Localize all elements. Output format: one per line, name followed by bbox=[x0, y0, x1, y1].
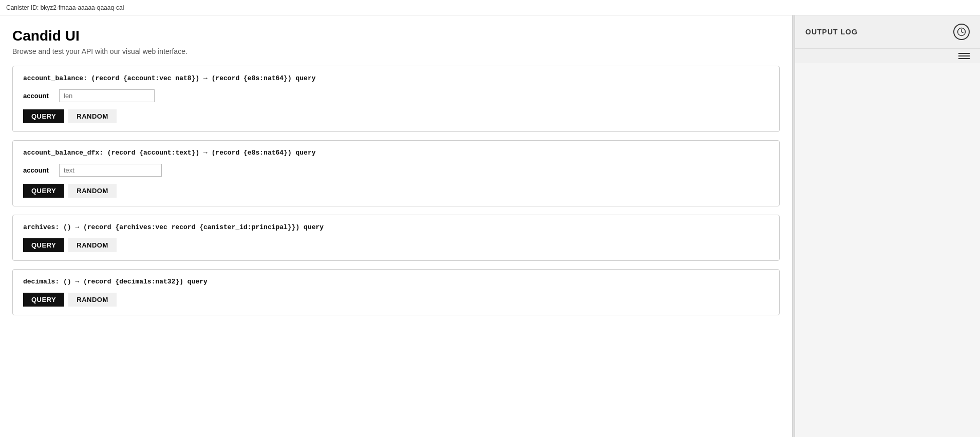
query-button-decimals[interactable]: QUERY bbox=[23, 293, 64, 307]
field-input-account_balance_dfx[interactable] bbox=[59, 164, 162, 177]
random-button-account_balance_dfx[interactable]: RANDOM bbox=[68, 184, 117, 198]
random-button-archives[interactable]: RANDOM bbox=[68, 238, 117, 252]
field-label-account_balance: account bbox=[23, 92, 54, 100]
button-row-decimals: QUERYRANDOM bbox=[23, 293, 769, 307]
query-button-account_balance_dfx[interactable]: QUERY bbox=[23, 184, 64, 198]
api-signature-account_balance_dfx: account_balance_dfx: (record {account:te… bbox=[23, 149, 769, 157]
api-cards-container: account_balance: (record {account:vec na… bbox=[12, 66, 780, 315]
api-card-archives: archives: () → (record {archives:vec rec… bbox=[12, 215, 780, 261]
left-panel: Candid UI Browse and test your API with … bbox=[0, 15, 792, 437]
random-button-decimals[interactable]: RANDOM bbox=[68, 293, 117, 307]
right-panel: OUTPUT LOG bbox=[795, 15, 980, 437]
top-bar: Canister ID: bkyz2-fmaaa-aaaaa-qaaaq-cai bbox=[0, 0, 980, 15]
api-card-decimals: decimals: () → (record {decimals:nat32})… bbox=[12, 269, 780, 315]
field-row-account_balance-account: account bbox=[23, 89, 769, 102]
field-input-account_balance[interactable] bbox=[59, 89, 155, 102]
canister-id-label: Canister ID: bkyz2-fmaaa-aaaaa-qaaaq-cai bbox=[6, 4, 124, 11]
output-log-title: OUTPUT LOG bbox=[805, 28, 858, 36]
button-row-archives: QUERYRANDOM bbox=[23, 238, 769, 252]
page-title: Candid UI bbox=[12, 28, 780, 44]
clock-icon[interactable] bbox=[953, 24, 970, 40]
api-signature-archives: archives: () → (record {archives:vec rec… bbox=[23, 223, 769, 231]
output-log-header: OUTPUT LOG bbox=[795, 15, 980, 49]
main-layout: Candid UI Browse and test your API with … bbox=[0, 15, 980, 437]
api-card-account_balance: account_balance: (record {account:vec na… bbox=[12, 66, 780, 132]
field-label-account_balance_dfx: account bbox=[23, 166, 54, 174]
button-row-account_balance_dfx: QUERYRANDOM bbox=[23, 184, 769, 198]
list-icon[interactable] bbox=[958, 53, 970, 59]
api-card-account_balance_dfx: account_balance_dfx: (record {account:te… bbox=[12, 140, 780, 206]
field-row-account_balance_dfx-account: account bbox=[23, 164, 769, 177]
api-signature-decimals: decimals: () → (record {decimals:nat32})… bbox=[23, 278, 769, 286]
output-log-content bbox=[795, 63, 980, 437]
query-button-account_balance[interactable]: QUERY bbox=[23, 109, 64, 123]
api-signature-account_balance: account_balance: (record {account:vec na… bbox=[23, 74, 769, 82]
query-button-archives[interactable]: QUERY bbox=[23, 238, 64, 252]
random-button-account_balance[interactable]: RANDOM bbox=[68, 109, 117, 123]
page-subtitle: Browse and test your API with our visual… bbox=[12, 47, 780, 55]
button-row-account_balance: QUERYRANDOM bbox=[23, 109, 769, 123]
